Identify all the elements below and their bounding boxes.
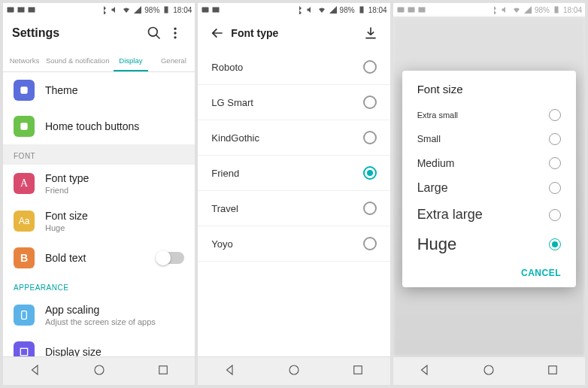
- svg-rect-12: [20, 348, 27, 355]
- home-touch-label: Home touch buttons: [45, 120, 184, 132]
- settings-list: Theme Home touch buttons FONT A Font typ…: [3, 72, 195, 356]
- font-option[interactable]: Yoyo: [198, 226, 389, 262]
- font-size-dialog-screen: 98% 18:04 Font size Extra smallSmallMedi…: [393, 3, 585, 385]
- font-size-item[interactable]: Aa Font size Huge: [3, 202, 195, 240]
- svg-rect-10: [20, 123, 27, 129]
- recents-icon: [546, 363, 559, 377]
- svg-rect-3: [165, 7, 168, 14]
- mute-icon: [306, 5, 315, 14]
- svg-rect-0: [8, 8, 14, 13]
- radio-indicator: [549, 238, 561, 250]
- tab-sound[interactable]: Sound & notification: [46, 50, 110, 71]
- font-size-option[interactable]: Huge: [402, 229, 576, 260]
- app-scaling-item[interactable]: App scaling Adjust the screen size of ap…: [3, 296, 195, 334]
- svg-rect-11: [22, 311, 27, 320]
- radio-indicator: [363, 60, 377, 74]
- font-type-item[interactable]: A Font type Friend: [3, 165, 195, 202]
- theme-item[interactable]: Theme: [3, 72, 195, 108]
- search-button[interactable]: [144, 23, 165, 44]
- battery-pct: 98%: [535, 6, 550, 14]
- font-size-option[interactable]: Extra small: [402, 103, 576, 127]
- font-size-option[interactable]: Medium: [402, 151, 576, 175]
- svg-rect-2: [29, 8, 35, 13]
- back-icon: [418, 363, 432, 377]
- svg-rect-21: [408, 8, 414, 13]
- app-scaling-label: App scaling: [45, 304, 184, 316]
- home-icon: [92, 363, 106, 377]
- svg-point-7: [174, 32, 177, 34]
- tab-networks[interactable]: Networks: [3, 50, 46, 71]
- font-type-screen: 98% 18:04 Font type RobotoLG SmartKindGo…: [198, 3, 389, 385]
- theme-label: Theme: [45, 84, 184, 96]
- back-button[interactable]: [223, 363, 237, 380]
- bold-text-label: Bold text: [45, 252, 157, 264]
- theme-icon: [18, 84, 30, 96]
- cancel-button[interactable]: CANCEL: [521, 268, 561, 278]
- font-name: LG Smart: [211, 97, 362, 108]
- more-icon: [168, 26, 183, 41]
- back-button[interactable]: [29, 363, 42, 380]
- font-option[interactable]: Roboto: [198, 50, 389, 85]
- dialog-title: Font size: [402, 83, 576, 103]
- option-label: Huge: [417, 235, 549, 254]
- home-button[interactable]: [92, 363, 106, 380]
- bold-text-item[interactable]: B Bold text: [3, 240, 195, 276]
- tab-display[interactable]: Display: [109, 50, 152, 71]
- svg-line-5: [156, 35, 160, 39]
- recents-icon: [156, 363, 170, 377]
- recents-button[interactable]: [156, 363, 170, 380]
- font-name: KindGothic: [211, 132, 362, 144]
- radio-indicator: [549, 109, 561, 121]
- download-icon: [363, 26, 378, 41]
- nav-bar: [393, 356, 585, 385]
- status-bar: 98% 18:04: [3, 3, 195, 17]
- font-size-icon: Aa: [14, 211, 35, 232]
- signal-icon: [329, 5, 338, 14]
- bold-text-icon: B: [14, 247, 35, 268]
- svg-rect-15: [202, 8, 209, 13]
- back-nav-button[interactable]: [207, 23, 228, 44]
- option-label: Extra large: [417, 207, 549, 223]
- radio-indicator: [363, 202, 377, 215]
- app-scaling-icon: [18, 309, 30, 321]
- font-option[interactable]: LG Smart: [198, 85, 389, 120]
- tab-general[interactable]: General: [152, 50, 195, 71]
- font-size-option[interactable]: Large: [402, 175, 576, 201]
- font-size-option[interactable]: Extra large: [402, 201, 576, 229]
- font-name: Roboto: [211, 62, 362, 73]
- home-button[interactable]: [482, 363, 496, 380]
- font-option[interactable]: KindGothic: [198, 120, 389, 156]
- radio-indicator: [549, 209, 561, 221]
- bold-text-toggle[interactable]: [157, 252, 184, 264]
- font-option[interactable]: Travel: [198, 191, 389, 226]
- font-size-dialog: Font size Extra smallSmallMediumLargeExt…: [402, 71, 576, 287]
- recents-button[interactable]: [546, 363, 559, 380]
- font-section-header: FONT: [3, 144, 195, 165]
- font-size-value: Huge: [45, 223, 184, 232]
- signal-icon: [523, 5, 532, 14]
- svg-rect-9: [20, 86, 27, 93]
- font-size-option[interactable]: Small: [402, 127, 576, 151]
- home-button[interactable]: [287, 363, 301, 380]
- font-option[interactable]: Friend: [198, 156, 389, 191]
- recents-button[interactable]: [351, 363, 365, 380]
- radio-indicator: [363, 237, 377, 250]
- display-size-label: Display size: [45, 346, 184, 356]
- display-size-item[interactable]: Display size: [3, 334, 195, 356]
- back-icon: [223, 363, 237, 377]
- option-label: Medium: [417, 157, 549, 169]
- bluetooth-icon: [489, 5, 499, 14]
- back-button[interactable]: [418, 363, 432, 380]
- battery-icon: [552, 5, 561, 14]
- svg-point-6: [174, 28, 177, 30]
- radio-indicator: [549, 133, 561, 145]
- svg-rect-16: [213, 8, 220, 13]
- home-icon: [287, 363, 301, 377]
- download-button[interactable]: [360, 23, 381, 44]
- overflow-menu-button[interactable]: [165, 23, 186, 44]
- svg-point-4: [149, 28, 158, 37]
- page-title: Settings: [12, 26, 59, 40]
- bluetooth-icon: [99, 5, 108, 14]
- home-touch-item[interactable]: Home touch buttons: [3, 108, 195, 144]
- radio-indicator: [363, 95, 377, 109]
